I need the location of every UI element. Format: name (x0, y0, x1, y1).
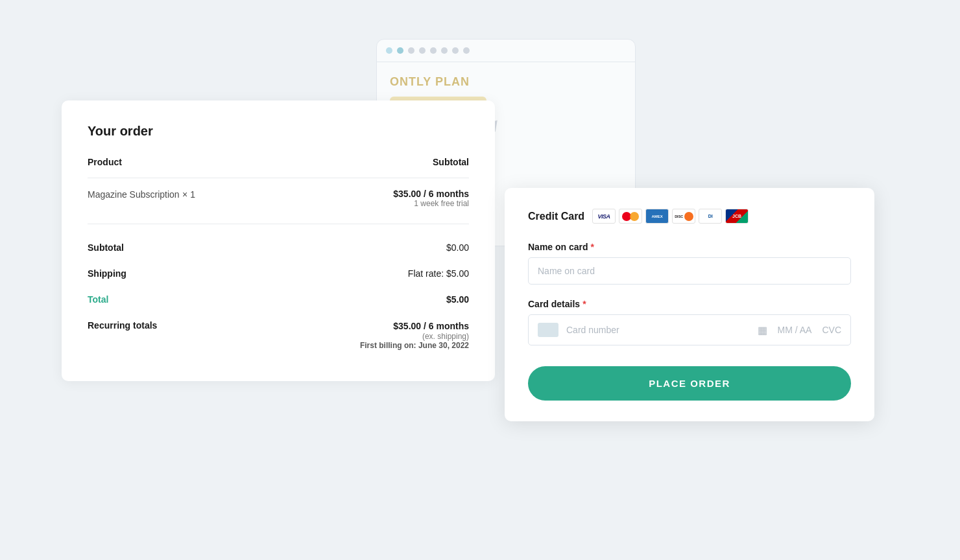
browser-dot-1 (386, 47, 392, 54)
browser-dot-4 (419, 47, 426, 54)
total-row: Total $5.00 (88, 286, 469, 312)
recurring-row: Recurring totals $35.00 / 6 months (ex. … (88, 312, 469, 358)
recurring-billing: First billing on: June 30, 2022 (360, 341, 469, 350)
card-required-star: * (582, 299, 586, 309)
mc-right-circle (630, 212, 639, 221)
product-column-header: Product (88, 157, 122, 167)
subtotal-label: Subtotal (88, 242, 124, 253)
card-cvc-placeholder: CVC (822, 325, 841, 335)
mastercard-icon (619, 209, 642, 224)
place-order-button[interactable]: PLACE ORDER (528, 366, 851, 401)
product-qty: × 1 (182, 189, 195, 200)
card-icons-row: VISA AMEX DISC DI JCB (592, 209, 749, 224)
order-title: Your order (88, 124, 469, 139)
product-trial: 1 week free trial (393, 199, 469, 208)
order-panel: Your order Product Subtotal Magazine Sub… (62, 100, 495, 381)
browser-dot-2 (397, 47, 403, 54)
browser-dot-8 (463, 47, 470, 54)
shipping-row: Shipping Flat rate: $5.00 (88, 261, 469, 286)
shipping-value: Flat rate: $5.00 (408, 268, 469, 279)
browser-dot-6 (441, 47, 448, 54)
browser-dot-3 (408, 47, 414, 54)
product-price: $35.00 / 6 months (393, 189, 469, 199)
card-expiry-placeholder: MM / AA (778, 325, 812, 335)
recurring-label: Recurring totals (88, 320, 157, 331)
card-expiry-cvc: ▦ MM / AA CVC (758, 324, 841, 336)
product-info: Magazine Subscription × 1 (88, 189, 195, 200)
payment-method-row: Credit Card VISA AMEX DISC DI (528, 209, 851, 224)
recurring-price-block: $35.00 / 6 months (ex. shipping) First b… (360, 320, 469, 350)
payment-panel: Credit Card VISA AMEX DISC DI (505, 188, 874, 421)
order-header-row: Product Subtotal (88, 157, 469, 167)
payment-method-label: Credit Card (528, 211, 584, 222)
card-number-placeholder: Card number (566, 325, 750, 335)
card-details-box[interactable]: Card number ▦ MM / AA CVC (528, 314, 851, 345)
shipping-label: Shipping (88, 268, 126, 279)
name-on-card-input[interactable] (528, 257, 851, 285)
name-required-star: * (591, 242, 594, 252)
discover-icon: DISC (672, 209, 695, 224)
product-price-block: $35.00 / 6 months 1 week free trial (393, 189, 469, 208)
product-name: Magazine Subscription (88, 189, 180, 200)
amex-icon: AMEX (645, 209, 669, 224)
recurring-note: (ex. shipping) (360, 332, 469, 341)
subtotal-value: $0.00 (446, 242, 469, 253)
browser-dot-7 (452, 47, 459, 54)
diners-icon: DI (699, 209, 722, 224)
jcb-icon: JCB (725, 209, 749, 224)
card-details-field: Card details * Card number ▦ MM / AA CVC (528, 299, 851, 345)
discover-circle (684, 212, 693, 221)
total-value: $5.00 (446, 294, 469, 305)
subtotal-column-header: Subtotal (433, 157, 469, 167)
card-chip-icon (538, 323, 558, 337)
order-totals: Subtotal $0.00 Shipping Flat rate: $5.00… (88, 235, 469, 358)
bg-browser-bar (377, 40, 635, 62)
card-details-label: Card details * (528, 299, 851, 309)
name-on-card-field: Name on card * (528, 242, 851, 299)
bg-plan-label: ONTLY PLAN (390, 75, 622, 89)
browser-dot-5 (430, 47, 437, 54)
name-on-card-label: Name on card * (528, 242, 851, 252)
order-product-row: Magazine Subscription × 1 $35.00 / 6 mon… (88, 189, 469, 208)
order-divider-top (88, 178, 469, 178)
calendar-icon: ▦ (758, 324, 767, 336)
order-divider-mid (88, 224, 469, 224)
total-label: Total (88, 294, 108, 305)
visa-icon: VISA (592, 209, 616, 224)
recurring-price: $35.00 / 6 months (393, 321, 469, 331)
subtotal-row: Subtotal $0.00 (88, 235, 469, 261)
